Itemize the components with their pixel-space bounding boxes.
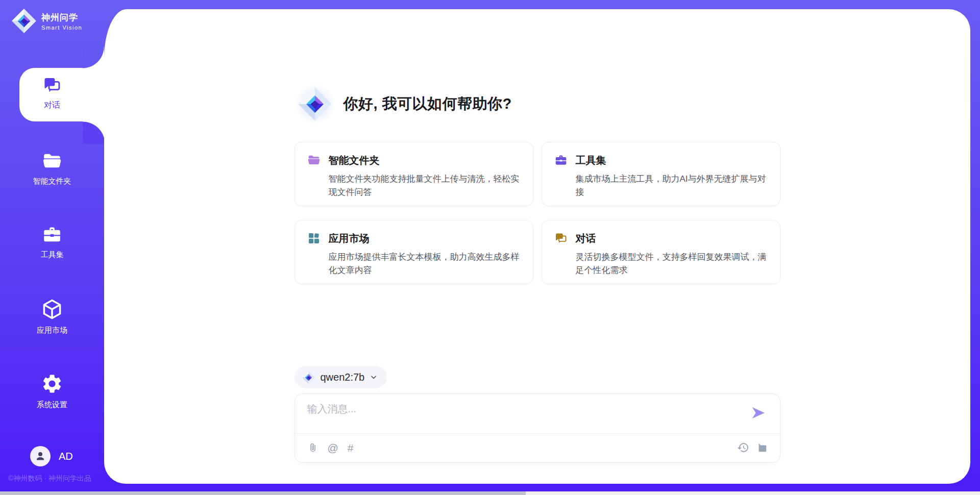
at-sign-icon[interactable]: @ bbox=[328, 442, 338, 453]
scrollbar-thumb[interactable] bbox=[0, 491, 526, 495]
card-description: 灵活切换多模型文件，支持多样回复效果调试，满足个性化需求 bbox=[576, 251, 768, 277]
main-panel: 你好, 我可以如何帮助你? 智能文件夹 智能文件夹功能支持批量文件上传与清洗，轻… bbox=[104, 9, 970, 484]
sidebar-item-toolset[interactable]: 工具集 bbox=[0, 225, 104, 260]
card-toolset[interactable]: 工具集 集成市场上主流工具，助力AI与外界无缝扩展与对接 bbox=[542, 142, 780, 206]
gear-icon bbox=[41, 373, 63, 397]
chat-bubble-icon[interactable] bbox=[756, 442, 768, 453]
model-logo-icon bbox=[302, 370, 315, 384]
card-chat[interactable]: 对话 灵活切换多模型文件，支持多样回复效果调试，满足个性化需求 bbox=[542, 220, 780, 284]
hash-icon[interactable]: # bbox=[348, 442, 354, 453]
card-description: 集成市场上主流工具，助力AI与外界无缝扩展与对接 bbox=[576, 172, 768, 199]
grid-tiles-icon bbox=[307, 231, 322, 273]
sidebar-item-smart-folder[interactable]: 智能文件夹 bbox=[0, 151, 104, 186]
open-folder-icon bbox=[307, 153, 322, 195]
paperclip-icon[interactable] bbox=[307, 442, 318, 453]
send-button[interactable] bbox=[750, 405, 767, 422]
horizontal-scrollbar[interactable] bbox=[0, 491, 980, 495]
brand: 神州问学 Smart Vision bbox=[11, 8, 82, 34]
greeting-text: 你好, 我可以如何帮助你? bbox=[344, 94, 512, 114]
brand-diamond-icon bbox=[11, 8, 37, 34]
card-description: 智能文件夹功能支持批量文件上传与清洗，轻松实现文件问答 bbox=[329, 172, 521, 199]
briefcase-icon bbox=[41, 225, 63, 247]
model-label: qwen2:7b bbox=[321, 372, 365, 383]
history-icon[interactable] bbox=[737, 441, 749, 454]
folder-icon bbox=[41, 151, 63, 174]
briefcase-icon bbox=[554, 153, 569, 195]
greeting-block: 你好, 我可以如何帮助你? bbox=[295, 83, 780, 125]
card-title: 智能文件夹 bbox=[329, 154, 521, 167]
sidebar: 神州问学 Smart Vision 对话 智能文件夹 工具集 应用市场 系统设置… bbox=[0, 0, 104, 495]
card-title: 应用市场 bbox=[329, 232, 521, 245]
user-profile[interactable]: AD bbox=[30, 446, 73, 466]
sidebar-item-chat[interactable]: 对话 bbox=[0, 76, 104, 111]
chevron-down-icon bbox=[370, 373, 378, 381]
message-input[interactable] bbox=[307, 402, 736, 429]
brand-subtitle: Smart Vision bbox=[41, 24, 82, 31]
feature-cards: 智能文件夹 智能文件夹功能支持批量文件上传与清洗，轻松实现文件问答 工具集 集成… bbox=[295, 142, 780, 284]
card-smart-folder[interactable]: 智能文件夹 智能文件夹功能支持批量文件上传与清洗，轻松实现文件问答 bbox=[295, 142, 533, 206]
app-logo-icon bbox=[295, 83, 335, 125]
card-title: 对话 bbox=[576, 232, 768, 245]
avatar bbox=[30, 446, 51, 466]
send-plane-icon bbox=[751, 405, 766, 420]
message-composer: @ # bbox=[295, 393, 780, 463]
model-selector[interactable]: qwen2:7b bbox=[295, 366, 387, 388]
cube-icon bbox=[41, 298, 63, 323]
sidebar-item-settings[interactable]: 系统设置 bbox=[0, 373, 104, 410]
chat-bubbles-icon bbox=[42, 76, 62, 97]
brand-name: 神州问学 bbox=[41, 12, 82, 23]
sidebar-item-app-market[interactable]: 应用市场 bbox=[0, 298, 104, 335]
chat-bubbles-icon bbox=[554, 231, 569, 273]
person-icon bbox=[34, 450, 46, 462]
card-description: 应用市场提供丰富长文本模板，助力高效生成多样化文章内容 bbox=[329, 251, 521, 277]
user-name: AD bbox=[59, 451, 73, 462]
card-title: 工具集 bbox=[576, 154, 768, 167]
copyright-text: ©神州数码 · 神州问学出品 bbox=[8, 474, 91, 483]
card-app-market[interactable]: 应用市场 应用市场提供丰富长文本模板，助力高效生成多样化文章内容 bbox=[295, 220, 533, 284]
